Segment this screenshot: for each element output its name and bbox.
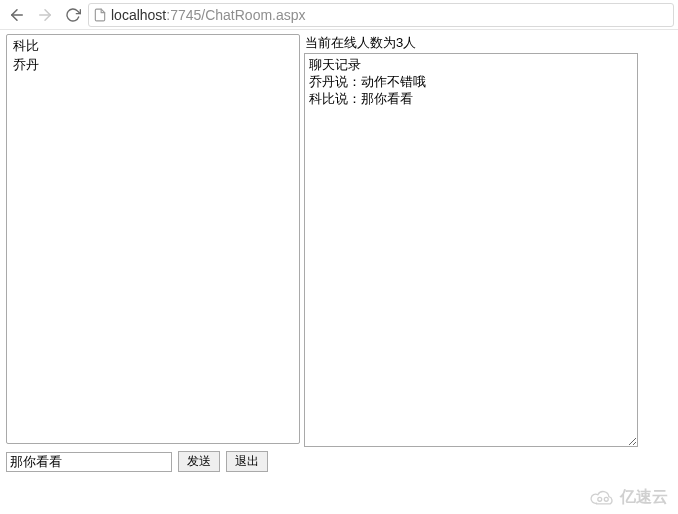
forward-button[interactable] <box>32 3 58 27</box>
input-row: 发送 退出 <box>0 447 678 476</box>
svg-point-2 <box>598 497 602 501</box>
chat-log-line: 乔丹说：动作不错哦 <box>309 73 633 90</box>
user-list-item[interactable]: 乔丹 <box>11 56 295 75</box>
arrow-right-icon <box>36 6 54 24</box>
watermark-text: 亿速云 <box>620 487 668 508</box>
page-icon <box>93 8 107 22</box>
chat-log[interactable]: 聊天记录乔丹说：动作不错哦科比说：那你看看 <box>304 53 638 447</box>
reload-icon <box>65 7 81 23</box>
message-input[interactable] <box>6 452 172 472</box>
chat-main: 科比乔丹 当前在线人数为3人 聊天记录乔丹说：动作不错哦科比说：那你看看 <box>0 30 678 447</box>
send-button[interactable]: 发送 <box>178 451 220 472</box>
user-list[interactable]: 科比乔丹 <box>6 34 300 444</box>
cloud-icon <box>590 489 616 507</box>
exit-button[interactable]: 退出 <box>226 451 268 472</box>
back-button[interactable] <box>4 3 30 27</box>
watermark: 亿速云 <box>590 487 668 508</box>
svg-point-3 <box>604 497 608 501</box>
user-list-item[interactable]: 科比 <box>11 37 295 56</box>
browser-toolbar: localhost:7745/ChatRoom.aspx <box>0 0 678 30</box>
chat-log-line: 科比说：那你看看 <box>309 90 633 107</box>
address-text: localhost:7745/ChatRoom.aspx <box>111 7 306 23</box>
address-bar[interactable]: localhost:7745/ChatRoom.aspx <box>88 3 674 27</box>
online-count-label: 当前在线人数为3人 <box>305 34 638 52</box>
reload-button[interactable] <box>60 3 86 27</box>
chat-log-header: 聊天记录 <box>309 56 633 73</box>
arrow-left-icon <box>8 6 26 24</box>
